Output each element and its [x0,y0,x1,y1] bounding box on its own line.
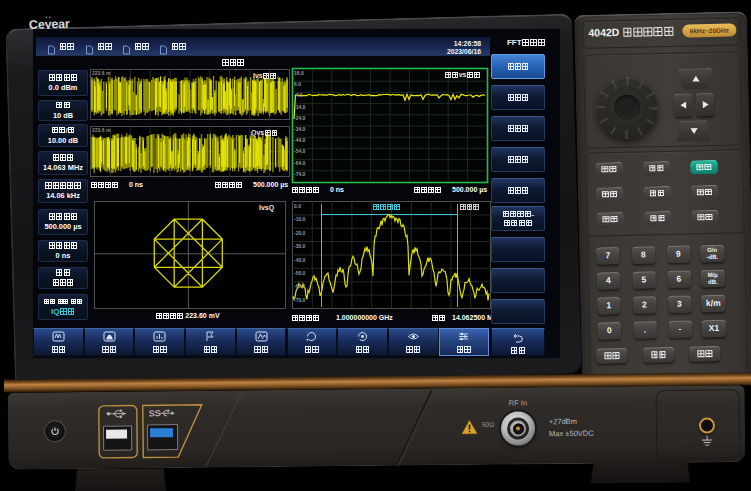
svg-text:SS: SS [149,408,161,418]
